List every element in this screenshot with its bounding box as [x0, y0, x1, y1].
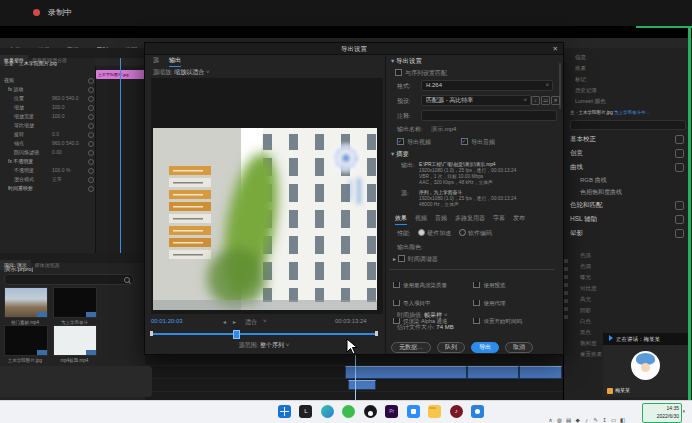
tray-icon[interactable]: ∧: [546, 417, 555, 423]
taskbar-icon-edge[interactable]: [321, 405, 334, 418]
lumetri-section[interactable]: 创意: [570, 146, 688, 160]
stack-tab[interactable]: 信息: [575, 52, 685, 63]
stack-tab[interactable]: 标记: [575, 74, 685, 85]
reset-parameter-icon[interactable]: [88, 150, 94, 156]
checkbox-checked-icon[interactable]: [461, 138, 468, 145]
lumetri-section[interactable]: 晕影: [570, 226, 688, 240]
taskbar-icon-start[interactable]: [278, 405, 291, 418]
export-tab[interactable]: 字幕: [493, 214, 505, 223]
lumetri-section[interactable]: RGB 曲线: [570, 174, 688, 186]
reset-parameter-icon[interactable]: [88, 177, 94, 183]
taskbar-icon-premiere[interactable]: Pr: [385, 405, 398, 418]
tray-icon[interactable]: ↥: [600, 417, 609, 423]
time-tuner-row[interactable]: 时间调谐器: [393, 255, 438, 264]
effect-parameter-row[interactable]: 等比缩放: [4, 121, 94, 130]
panel-tab[interactable]: 媒体浏览器: [31, 260, 64, 270]
tray-icon[interactable]: ▭: [609, 417, 618, 423]
export-option-checkbox[interactable]: 导入项目中: [393, 300, 469, 307]
export-tab[interactable]: 音频: [435, 214, 447, 223]
section-toggle-icon[interactable]: [675, 201, 684, 210]
lumetri-section[interactable]: 曲线: [570, 160, 688, 174]
scrubber-track[interactable]: [151, 333, 377, 335]
lumetri-section[interactable]: HSL 辅助: [570, 212, 688, 226]
export-tab[interactable]: 视频: [415, 214, 427, 223]
dialog-button[interactable]: 导出: [471, 342, 499, 353]
in-point-handle[interactable]: [150, 331, 153, 336]
save-preset-icon[interactable]: ↓: [531, 96, 540, 105]
export-settings-header[interactable]: 导出设置: [391, 57, 422, 66]
clock[interactable]: 14:35 2022/6/30: [642, 403, 682, 423]
export-video-checkbox[interactable]: 导出视频: [397, 138, 431, 147]
section-toggle-icon[interactable]: [675, 215, 684, 224]
tray-icon[interactable]: ◍: [555, 417, 564, 423]
project-item[interactable]: 校门素材.mp4: [4, 287, 46, 325]
effect-parameter-row[interactable]: fx 不透明度: [4, 157, 94, 166]
zoom-out-icon[interactable]: ◂: [223, 318, 226, 325]
dialog-button[interactable]: 元数据…: [391, 342, 431, 353]
lumetri-section[interactable]: 色相饱和度曲线: [570, 186, 688, 198]
effect-parameter-row[interactable]: 缩放 100.0: [4, 103, 94, 112]
dialog-close-icon[interactable]: ✕: [553, 45, 558, 53]
dialog-button[interactable]: 队列: [437, 342, 465, 353]
effect-parameter-row[interactable]: 锚点 960.0 540.0: [4, 139, 94, 148]
comment-input[interactable]: [421, 110, 557, 121]
timeline-audio-clip[interactable]: [348, 380, 376, 390]
format-select[interactable]: H.264: [421, 80, 553, 91]
project-item-thumbnail[interactable]: [53, 325, 97, 356]
checkbox-icon[interactable]: [473, 318, 480, 324]
effect-parameter-row[interactable]: 不透明度 100.0 %: [4, 166, 94, 175]
project-item[interactable]: mp4标题.mp4: [53, 325, 95, 363]
project-search-input[interactable]: [4, 274, 134, 285]
checkbox-icon[interactable]: [473, 300, 480, 306]
section-toggle-icon[interactable]: [675, 163, 684, 172]
reset-parameter-icon[interactable]: [88, 96, 94, 102]
current-timecode[interactable]: 00:01:20:03: [151, 318, 183, 324]
checkbox-icon[interactable]: [393, 282, 400, 288]
checkbox-checked-icon[interactable]: [397, 138, 404, 145]
reset-parameter-icon[interactable]: [88, 159, 94, 165]
taskbar-icon-meeting[interactable]: [407, 405, 420, 418]
export-tab[interactable]: 多路复用器: [455, 214, 485, 223]
timeline-playhead[interactable]: [355, 353, 356, 400]
export-option-checkbox[interactable]: 使用代理: [473, 300, 549, 307]
taskbar-icon-music[interactable]: ♪: [450, 405, 463, 418]
export-option-checkbox[interactable]: 使用最高渲染质量: [393, 282, 469, 289]
import-preset-icon[interactable]: ▭: [541, 96, 550, 105]
effect-parameter-row[interactable]: 混合模式 正常: [4, 175, 94, 184]
speaker-video-tile[interactable]: 梅某某: [603, 345, 689, 397]
stack-tab[interactable]: 历史记录: [575, 85, 685, 96]
section-toggle-icon[interactable]: [675, 229, 684, 238]
project-item-thumbnail[interactable]: [53, 287, 97, 318]
reset-parameter-icon[interactable]: [88, 78, 94, 84]
export-tab[interactable]: 发布: [513, 214, 525, 223]
mini-timeline-playhead[interactable]: [120, 58, 121, 253]
zoom-in-icon[interactable]: ▸: [233, 318, 236, 325]
reset-parameter-icon[interactable]: [88, 132, 94, 138]
stack-tab[interactable]: 效果: [575, 63, 685, 74]
lumetri-param[interactable]: 阴影: [580, 305, 670, 316]
lumetri-param[interactable]: 曝光: [580, 272, 670, 283]
radio-selected-icon[interactable]: [418, 229, 425, 236]
reset-parameter-icon[interactable]: [88, 123, 94, 129]
lumetri-section[interactable]: 色轮和匹配: [570, 198, 688, 212]
section-toggle-icon[interactable]: [675, 135, 684, 144]
timeline-clip[interactable]: [519, 366, 562, 379]
project-item-thumbnail[interactable]: [4, 287, 48, 318]
lumetri-param[interactable]: 色调: [580, 261, 670, 272]
effect-parameter-row[interactable]: 缩放宽度 100.0: [4, 112, 94, 121]
reset-parameter-icon[interactable]: [88, 114, 94, 120]
export-option-checkbox[interactable]: 设置开始时间码: [473, 318, 549, 325]
scrubber-playhead[interactable]: [233, 330, 240, 339]
dialog-button[interactable]: 取消: [505, 342, 533, 353]
zoom-level-select[interactable]: 适合: [245, 318, 257, 327]
effect-parameter-row[interactable]: 时间重映射: [4, 184, 94, 193]
timeline-clip[interactable]: [345, 366, 467, 379]
stack-tab[interactable]: Lumetri 颜色: [575, 96, 685, 107]
performance-row[interactable]: 性能: 硬件加速 软件编码: [397, 229, 492, 238]
effect-parameter-row[interactable]: 旋转 0.0: [4, 130, 94, 139]
match-sequence-checkbox[interactable]: 与序列设置匹配: [395, 69, 447, 78]
export-option-checkbox[interactable]: 使用预览: [473, 282, 549, 289]
summary-header[interactable]: 摘要: [391, 150, 409, 159]
checkbox-icon[interactable]: [393, 300, 400, 306]
export-tab[interactable]: 效果: [395, 214, 407, 225]
